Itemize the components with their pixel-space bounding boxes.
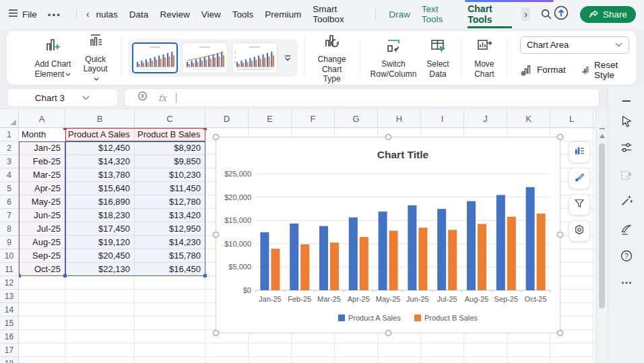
row-header-15[interactable]: 15 [0,317,18,330]
chart-resize-handle[interactable] [557,232,563,238]
select-cursor-icon[interactable] [618,113,635,129]
vertical-scrollbar[interactable] [595,110,608,363]
tab-scroll-left-button[interactable]: ‹ [84,7,92,21]
chart-style-brush-button[interactable] [569,168,590,189]
chart-filter-button[interactable] [569,194,590,216]
row-header-8[interactable]: 8 [0,222,18,236]
chart-resize-handle[interactable] [557,134,563,140]
chart-resize-handle[interactable] [213,134,219,140]
menu-tab-draw[interactable]: Draw [389,0,410,28]
menu-tab-chart-tools[interactable]: Chart Tools [468,0,512,28]
embedded-chart[interactable]: Chart Title$0$5,000$10,000$15,000$20,000… [216,137,560,333]
chart-style-thumbnail-1[interactable] [132,42,178,73]
tab-scroll-right-button[interactable]: › [521,7,530,21]
row-header-7[interactable]: 7 [0,209,18,222]
value-cell[interactable]: $14,320 [65,155,135,168]
cloud-upload-icon[interactable] [553,5,569,24]
row-header-3[interactable]: 3 [0,155,18,168]
value-cell[interactable]: $19,120 [65,236,135,249]
menu-tab-tools[interactable]: Tools [232,0,254,28]
row-header-10[interactable]: 10 [0,249,18,263]
chart-resize-handle[interactable] [385,134,391,140]
value-cell[interactable]: $11,450 [135,182,205,195]
menu-tab-view[interactable]: View [201,0,221,28]
value-cell[interactable]: $9,850 [135,155,205,168]
month-cell[interactable]: Apr-25 [19,182,65,195]
column-header-C[interactable]: C [135,110,205,127]
formula-bar[interactable]: fx [124,88,600,107]
more-options-icon[interactable] [618,275,635,291]
chart-resize-handle[interactable] [213,330,219,336]
value-cell[interactable]: $18,230 [65,209,135,222]
value-cell[interactable]: $10,230 [135,168,205,182]
column-header-B[interactable]: B [65,110,135,127]
gallery-more-button[interactable] [282,54,294,62]
row-header-5[interactable]: 5 [0,182,18,195]
scrollbar-split-handle[interactable] [600,128,605,129]
format-button[interactable]: Format [520,63,566,77]
row-header-14[interactable]: 14 [0,303,18,317]
row-header-11[interactable]: 11 [0,263,18,276]
chart-resize-handle[interactable] [385,330,391,336]
menu-overflow-icon[interactable]: ••• [48,9,61,20]
row-header-6[interactable]: 6 [0,195,18,209]
month-cell[interactable]: Sep-25 [19,249,65,263]
collapse-panel-icon[interactable] [618,93,635,109]
column-header-E[interactable]: E [249,110,292,127]
menu-tab-data[interactable]: Data [129,0,149,28]
add-chart-element-button[interactable]: Add Chart Element [30,36,76,79]
month-cell[interactable]: Oct-25 [19,263,65,276]
column-header-A[interactable]: A [19,110,65,127]
value-cell[interactable]: $17,450 [65,222,135,236]
menu-tab-premium[interactable]: Premium [265,0,301,28]
name-box[interactable]: Chart 3 [7,88,118,107]
value-cell[interactable]: $22,130 [65,263,135,276]
column-header-L[interactable]: L [550,110,593,127]
scroll-up-arrow-icon[interactable] [600,134,605,138]
help-icon[interactable]: ? [618,248,635,264]
value-cell[interactable]: $12,450 [65,141,135,155]
value-cell[interactable]: $16,450 [135,263,205,276]
column-header-I[interactable]: I [421,110,464,127]
column-header-H[interactable]: H [378,110,421,127]
column-header-G[interactable]: G [335,110,378,127]
quick-layout-button[interactable]: Quick Layout [76,32,115,84]
value-cell[interactable]: $15,640 [65,182,135,195]
column-header-K[interactable]: K [507,110,550,127]
row-header-2[interactable]: 2 [0,141,18,155]
value-cell[interactable]: $13,420 [135,209,205,222]
chart-resize-handle[interactable] [213,232,219,238]
column-header-F[interactable]: F [292,110,335,127]
value-cell[interactable]: $12,780 [135,195,205,209]
header-cell[interactable]: Product B Sales [135,128,205,141]
row-header-16[interactable]: 16 [0,330,18,343]
chart-resize-handle[interactable] [557,330,563,336]
row-header-9[interactable]: 9 [0,236,18,249]
menu-tab-smart-toolbox[interactable]: Smart Toolbox [313,0,362,28]
row-header-13[interactable]: 13 [0,290,18,303]
header-cell[interactable]: Month [19,128,65,141]
row-header-1[interactable]: 1 [0,128,18,141]
chart-settings-button[interactable] [569,220,590,242]
chart-elements-button[interactable] [569,141,590,163]
value-cell[interactable]: $13,780 [65,168,135,182]
file-menu[interactable]: File [8,9,37,20]
insert-function-icon[interactable] [137,90,149,105]
scrollbar-thumb[interactable] [599,143,605,308]
row-header-18[interactable]: 18 [0,357,18,363]
signature-pen-icon[interactable] [618,222,635,238]
month-cell[interactable]: Jan-25 [19,141,65,155]
value-cell[interactable]: $16,890 [65,195,135,209]
properties-sliders-icon[interactable] [618,139,635,156]
value-cell[interactable]: $20,450 [65,249,135,263]
header-cell[interactable]: Product A Sales [65,128,135,141]
value-cell[interactable]: $15,780 [135,249,205,263]
share-button[interactable]: Share [580,6,636,23]
search-icon[interactable] [540,7,553,21]
smart-tools-wand-icon[interactable] [618,193,635,209]
month-cell[interactable]: Aug-25 [19,236,65,249]
row-header-4[interactable]: 4 [0,168,18,182]
month-cell[interactable]: Jun-25 [19,209,65,222]
select-data-button[interactable]: Select Data [420,37,455,79]
menu-tab-nulas[interactable]: nulas [96,0,118,28]
